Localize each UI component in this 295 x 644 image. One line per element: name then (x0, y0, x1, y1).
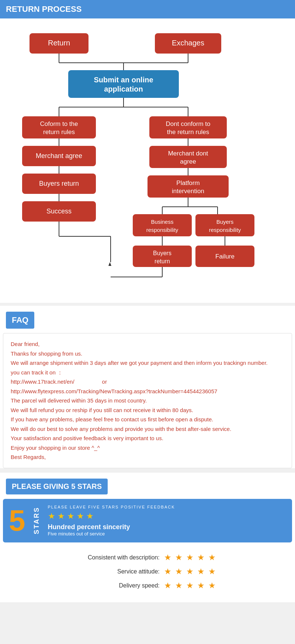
sincerity-subtitle: Five minutes out of service (48, 531, 287, 537)
svg-text:Merchant agree: Merchant agree (36, 152, 82, 160)
svg-text:Business: Business (151, 219, 174, 225)
rating-label-3: Delivery speed: (79, 582, 160, 589)
rating-rows: Consistent with description: ★ ★ ★ ★ ★ S… (0, 547, 295, 602)
stars-info: PLEASE LEAVE FIVE STARS POSITIVE FEEDBAC… (48, 505, 287, 537)
faq-header: FAQ (6, 312, 34, 329)
return-process-section: RETURN PROCESS Return Exchages Submit an… (0, 0, 295, 303)
faq-line-3: We will arrange shipment within 3 days a… (11, 358, 284, 368)
svg-rect-45 (133, 214, 192, 236)
svg-rect-48 (195, 214, 254, 236)
rating-stars-3: ★ ★ ★ ★ ★ (164, 581, 216, 590)
svg-text:responsibility: responsibility (209, 227, 241, 233)
svg-text:return rules: return rules (43, 129, 75, 136)
faq-line-11: Your satisfaction and positive feedback … (11, 434, 284, 443)
svg-text:intervention: intervention (172, 188, 204, 195)
stars-header-section: PLEASE GIVING 5 STARS 5 STARS PLEASE LEA… (0, 473, 295, 602)
rating-label-1: Consistent with description: (79, 554, 160, 561)
svg-text:Buyers: Buyers (216, 219, 234, 225)
svg-text:Buyers return: Buyers return (39, 180, 79, 187)
faq-line-13: Best Regards, (11, 452, 284, 462)
svg-text:Coform to the: Coform to the (40, 120, 78, 127)
rating-row-2: Service attitude: ★ ★ ★ ★ ★ (7, 567, 288, 576)
faq-section: FAQ Dear friend, Thanks for shopping fro… (0, 306, 295, 468)
svg-text:Platform: Platform (176, 179, 199, 186)
svg-text:Exchages: Exchages (172, 39, 204, 47)
flowchart-svg: Return Exchages Submit an online applica… (7, 26, 288, 292)
faq-line-4: you can track it on ： (11, 368, 284, 377)
faq-line-7: The parcel will delivered within 35 days… (11, 396, 284, 405)
svg-rect-8 (68, 70, 179, 98)
svg-marker-60 (108, 262, 111, 266)
svg-text:Merchant dont: Merchant dont (168, 150, 208, 157)
stars-header: PLEASE GIVING 5 STARS (6, 479, 108, 494)
svg-text:Dont conform to: Dont conform to (166, 120, 211, 127)
flowchart-container: Return Exchages Submit an online applica… (0, 18, 295, 303)
rating-stars-2: ★ ★ ★ ★ ★ (164, 567, 216, 576)
svg-text:responsibility: responsibility (146, 227, 178, 233)
svg-text:the return rules: the return rules (167, 129, 209, 136)
svg-text:Success: Success (46, 208, 72, 215)
big-five-number: 5 (9, 506, 25, 535)
sincerity-title: Hundred percent sincerity (48, 523, 287, 531)
faq-line-1: Dear friend, (11, 339, 284, 349)
faq-line-2: Thanks for shopping from us. (11, 349, 284, 359)
svg-text:application: application (104, 85, 143, 93)
rating-stars-1: ★ ★ ★ ★ ★ (164, 553, 216, 562)
faq-line-12: Enjoy your shopping in our store ^_^ (11, 443, 284, 453)
svg-text:Failure: Failure (215, 253, 235, 260)
feedback-label: PLEASE LEAVE FIVE STARS POSITIVE FEEDBAC… (48, 505, 287, 509)
svg-text:agree: agree (180, 158, 196, 165)
rating-row-3: Delivery speed: ★ ★ ★ ★ ★ (7, 581, 288, 590)
rating-label-2: Service attitude: (79, 568, 160, 575)
faq-line-5: http://www.17track.net/en/ or (11, 377, 284, 387)
svg-text:Return: Return (48, 39, 70, 47)
stars-banner: 5 STARS PLEASE LEAVE FIVE STARS POSITIVE… (3, 499, 292, 542)
faq-content: Dear friend, Thanks for shopping from us… (3, 333, 292, 468)
faq-line-9: If you have any problems, please feel fr… (11, 415, 284, 424)
svg-text:return: return (155, 258, 170, 264)
rating-row-1: Consistent with description: ★ ★ ★ ★ ★ (7, 553, 288, 562)
svg-text:Buyers: Buyers (153, 250, 171, 256)
faq-line-6: http://www.flytexpress.com/Tracking/NewT… (11, 387, 284, 396)
star-icons: ★ ★ ★ ★ ★ (48, 511, 287, 521)
faq-line-8: We will full refund you or reship if you… (11, 405, 284, 415)
return-process-header: RETURN PROCESS (0, 0, 295, 18)
svg-text:Submit an online: Submit an online (94, 76, 153, 84)
stars-vertical-text: STARS (33, 507, 41, 534)
faq-line-10: We will do our best to solve any problem… (11, 424, 284, 434)
